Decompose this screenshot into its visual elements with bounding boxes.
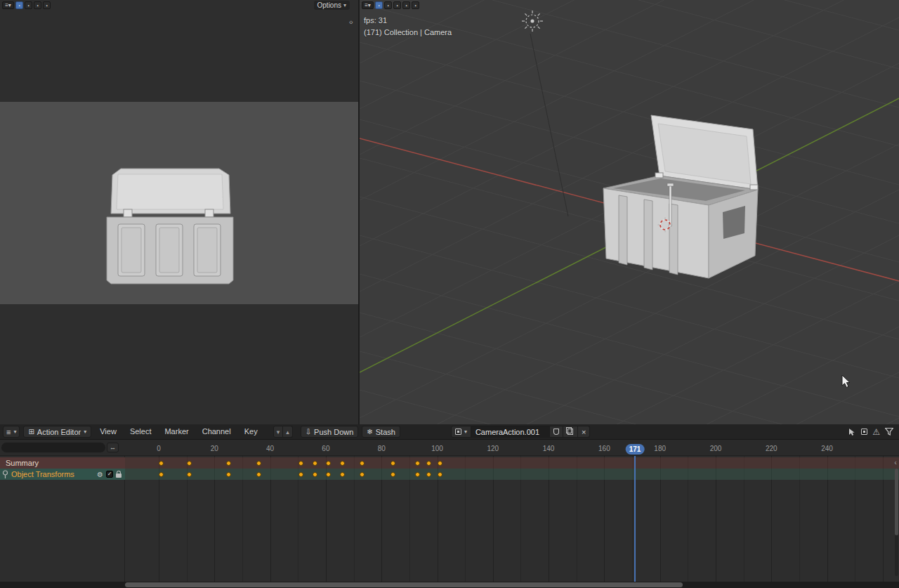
header-toggle-icon[interactable]: ▪ <box>43 1 51 9</box>
normalize-toggle-icon[interactable] <box>861 429 867 435</box>
keyframe-dot[interactable] <box>426 461 431 466</box>
lock-icon[interactable] <box>116 473 122 478</box>
keyframe-dot[interactable] <box>340 472 345 477</box>
editor-type-button[interactable]: ≡▾ <box>2 1 14 9</box>
keyframe-dot[interactable] <box>438 472 442 477</box>
keyframe-dot[interactable] <box>360 461 365 466</box>
channel-row-cell[interactable]: Object Transforms ⚙ ✓ <box>0 469 125 480</box>
dopesheet-main[interactable]: Summary Object Transforms ⚙ ✓ ‹ <box>0 456 899 582</box>
keyframe-dot[interactable] <box>187 472 192 477</box>
header-toggle-icon[interactable]: ▪ <box>15 1 23 9</box>
header-toggle-icon[interactable]: ▪ <box>34 1 41 9</box>
keyframe-dot[interactable] <box>326 472 331 477</box>
keyframe-dot[interactable] <box>415 472 420 477</box>
frame-ruler[interactable]: ↔ 171 020406080100120140160180200220240 <box>0 440 899 456</box>
push-down-button[interactable]: ⇩ Push Down <box>301 426 359 438</box>
sun-light-gizmo[interactable] <box>520 8 545 34</box>
ruler-tick-label: 0 <box>157 445 161 452</box>
keyframe-dot[interactable] <box>159 472 164 477</box>
keyframe-dot[interactable] <box>298 472 303 477</box>
chest-model-perspective[interactable] <box>595 105 763 288</box>
ruler-tick-label: 160 <box>598 445 610 452</box>
expand-width-button[interactable]: ↔ <box>107 443 119 452</box>
playhead-line[interactable] <box>634 456 636 582</box>
keyframe-dot[interactable] <box>391 472 395 477</box>
pin-icon[interactable] <box>2 470 8 479</box>
options-label: Options <box>317 1 341 9</box>
vertical-scrollbar-thumb[interactable] <box>895 469 898 535</box>
menu-marker[interactable]: Marker <box>159 426 193 438</box>
mute-checkbox[interactable]: ✓ <box>106 471 113 478</box>
ruler-tick-label: 40 <box>266 445 274 452</box>
chevron-down-icon: ▾ <box>343 2 346 8</box>
editor-mode-dropdown[interactable]: ⊞ Action Editor ▾ <box>23 426 91 438</box>
dopesheet-icon: ≡ <box>6 428 11 436</box>
chest-model-front-view[interactable] <box>103 163 237 292</box>
sidebar-toggle-arrow[interactable]: ‹ <box>894 458 897 466</box>
fake-user-toggle[interactable] <box>550 426 563 438</box>
header-toggle-icon[interactable]: ▪ <box>375 1 383 9</box>
channel-row-cell[interactable]: Summary <box>0 457 125 469</box>
camera-viewport[interactable]: ≡▾ ▪ ▪ ▪ ▪ Options ▾ <box>0 0 358 424</box>
keyframe-dot[interactable] <box>426 472 431 477</box>
chest-lid <box>111 169 230 214</box>
ruler-tick-label: 220 <box>766 445 777 452</box>
only-selected-toggle-icon[interactable] <box>848 428 856 436</box>
chest-body <box>107 217 233 284</box>
keyframe-dot[interactable] <box>187 461 192 466</box>
keyframe-dot[interactable] <box>226 461 231 466</box>
menu-view[interactable]: View <box>95 426 122 438</box>
keyframe-dot[interactable] <box>313 461 317 466</box>
warning-icon[interactable]: ⚠ <box>872 427 880 437</box>
keyframe-dot[interactable] <box>415 461 420 466</box>
menu-channel[interactable]: Channel <box>197 426 236 438</box>
action-name-field[interactable]: CameraAction.001 <box>471 426 550 438</box>
new-action-button[interactable] <box>563 426 578 438</box>
keyframe-dot[interactable] <box>313 472 317 477</box>
close-icon: × <box>582 428 586 436</box>
shield-icon <box>553 429 559 435</box>
header-toggle-icon[interactable]: ▪ <box>393 1 401 9</box>
layer-down-button[interactable]: ▾ <box>273 426 284 438</box>
3d-cursor <box>657 217 673 233</box>
action-preview-icon <box>455 429 461 435</box>
horizontal-scrollbar[interactable] <box>0 582 899 588</box>
menu-select[interactable]: Select <box>125 426 157 438</box>
keyframe-dot[interactable] <box>391 461 395 466</box>
unlink-action-button[interactable]: × <box>578 426 590 438</box>
channel-band <box>0 457 899 469</box>
current-frame-chip[interactable]: 171 <box>626 444 645 455</box>
push-down-label: Push Down <box>314 428 353 436</box>
options-dropdown[interactable]: Options ▾ <box>314 1 350 10</box>
keyframe-dot[interactable] <box>226 472 231 477</box>
editor-type-button[interactable]: ≡▾ <box>362 1 374 9</box>
header-toggle-icon[interactable]: ▪ <box>384 1 392 9</box>
menu-key[interactable]: Key <box>239 426 263 438</box>
channel-filter-field[interactable] <box>1 443 105 452</box>
keyframe-dot[interactable] <box>340 461 345 466</box>
horizontal-scrollbar-thumb[interactable] <box>125 582 683 587</box>
duplicate-icon <box>567 429 573 435</box>
viewport-status-text: (171) Collection | Camera <box>364 28 452 37</box>
header-toggle-icon[interactable]: ▪ <box>412 1 419 9</box>
wrench-icon[interactable]: ⚙ <box>97 471 103 478</box>
editor-type-dropdown[interactable]: ≡▾ <box>3 426 20 438</box>
keyframe-dot[interactable] <box>360 472 365 477</box>
vertical-scrollbar[interactable] <box>895 469 898 576</box>
keyframe-dot[interactable] <box>298 461 303 466</box>
keyframe-dot[interactable] <box>438 461 442 466</box>
stash-button[interactable]: ❄ Stash <box>362 426 400 438</box>
layer-up-button[interactable]: ▴ <box>283 426 293 438</box>
keyframe-dot[interactable] <box>256 461 261 466</box>
keyframe-dot[interactable] <box>159 461 164 466</box>
dopesheet-header: ≡▾ ⊞ Action Editor ▾ View Select Marker … <box>0 424 899 440</box>
ruler-tick-label: 20 <box>211 445 218 452</box>
region-resize-arrows-icon[interactable]: ‹› <box>349 18 353 26</box>
browse-action-button[interactable]: ▾ <box>451 426 471 438</box>
filter-funnel-icon[interactable] <box>885 428 893 436</box>
keyframe-dot[interactable] <box>326 461 331 466</box>
header-toggle-icon[interactable]: ▪ <box>25 1 32 9</box>
keyframe-dot[interactable] <box>256 472 261 477</box>
header-toggle-icon[interactable]: ▪ <box>402 1 410 9</box>
perspective-viewport[interactable]: ≡▾ ▪ ▪ ▪ ▪ ▪ fps: 31 (171) Collection | … <box>360 0 899 424</box>
